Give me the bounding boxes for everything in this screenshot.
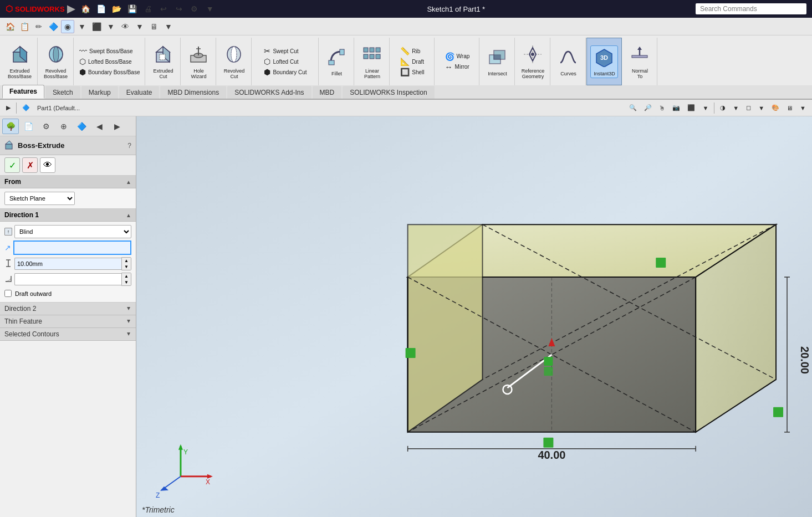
swept-boss-btn[interactable]: 〰 Swept Boss/Base xyxy=(78,46,141,56)
direction-reference-input[interactable] xyxy=(13,240,131,255)
home-btn[interactable]: 🏠 xyxy=(79,2,93,16)
normal-to-btn[interactable]: NormalTo xyxy=(626,43,653,80)
angle-increment-btn[interactable]: ▲ xyxy=(122,273,131,279)
hole-wizard-btn[interactable]: HoleWizard xyxy=(185,43,212,80)
undo-btn[interactable]: ↩ xyxy=(157,2,170,16)
depth-input[interactable]: 10.00mm xyxy=(14,258,121,270)
view-orient-btn[interactable]: 🔍 xyxy=(626,101,640,115)
selected-contours-section[interactable]: Selected Contours ▲ xyxy=(0,328,136,341)
view-section-btn[interactable]: ◑ xyxy=(717,101,728,115)
tab-solidworks-inspection[interactable]: SOLIDWORKS Inspection xyxy=(343,86,434,99)
quick-sketch[interactable]: ✏ xyxy=(32,20,45,33)
thin-feature-section[interactable]: Thin Feature ▲ xyxy=(0,315,136,328)
tab-sketch[interactable]: Sketch xyxy=(45,86,80,99)
direction1-section-header[interactable]: Direction 1 ▲ xyxy=(0,209,136,222)
tab-markup[interactable]: Markup xyxy=(81,86,118,99)
view-select-btn[interactable]: 🖱 xyxy=(656,101,668,115)
extruded-boss-btn[interactable]: ExtrudedBoss/Base xyxy=(6,43,34,80)
svg-rect-35 xyxy=(6,144,12,149)
draft-outward-checkbox[interactable] xyxy=(4,290,12,297)
tab-mbd-dimensions[interactable]: MBD Dimensions xyxy=(160,86,226,99)
tab-solidworks-addins[interactable]: SOLIDWORKS Add-Ins xyxy=(227,86,311,99)
extruded-cut-btn[interactable]: ExtrudedCut xyxy=(149,43,177,80)
quick-view2[interactable]: 👁 xyxy=(119,20,132,33)
lofted-boss-btn[interactable]: ⬡ Lofted Boss/Base xyxy=(78,57,141,66)
pi-custom[interactable]: 🔷 xyxy=(73,119,90,134)
pi-expand[interactable]: ◀ xyxy=(91,119,108,134)
wrap-icon: 🌀 xyxy=(445,52,454,61)
pi-config[interactable]: ⚙ xyxy=(38,119,54,134)
pi-collapse[interactable]: ▶ xyxy=(109,119,125,134)
quick-view[interactable]: ◉ xyxy=(61,20,74,33)
wrap-btn[interactable]: 🌀 Wrap xyxy=(443,52,472,62)
boundary-cut-btn[interactable]: ⬢ Boundary Cut xyxy=(262,67,308,77)
search-input[interactable] xyxy=(696,3,806,14)
view-display-dd[interactable]: ▼ xyxy=(699,101,711,115)
view-display-btn[interactable]: ⬛ xyxy=(685,101,698,115)
cancel-button[interactable]: ✗ xyxy=(22,157,38,173)
options-btn[interactable]: ▼ xyxy=(203,2,217,16)
settings-btn[interactable]: ⚙ xyxy=(188,2,201,16)
pi-property[interactable]: 📄 xyxy=(20,119,37,134)
open-btn[interactable]: 📂 xyxy=(110,2,124,16)
draft-outward-label: Draft outward xyxy=(15,290,52,297)
viewport[interactable]: 40.00 20.00 Y X Z xyxy=(136,116,812,517)
mirror-btn[interactable]: ↔ Mirror xyxy=(443,62,472,72)
confirm-button[interactable]: ✓ xyxy=(4,157,20,173)
pi-target[interactable]: ⊕ xyxy=(55,119,72,134)
boundary-boss-btn[interactable]: ⬢ Boundary Boss/Base xyxy=(78,67,141,77)
help-button[interactable]: ? xyxy=(127,142,131,150)
view-hide-dd[interactable]: ▼ xyxy=(755,101,767,115)
revolved-boss-btn[interactable]: RevolvedBoss/Base xyxy=(42,43,70,80)
pi-feature-tree[interactable]: 🌳 xyxy=(2,119,19,134)
revolved-cut-btn[interactable]: RevolvedCut xyxy=(220,43,248,80)
print-btn[interactable]: 🖨 xyxy=(141,2,155,16)
direction2-section[interactable]: Direction 2 ▲ xyxy=(0,303,136,315)
view-snapshot-btn[interactable]: 📷 xyxy=(670,101,683,115)
reference-geometry-btn[interactable]: ReferenceGeometry xyxy=(519,43,547,80)
tab-mbd[interactable]: MBD xyxy=(313,86,342,99)
quick-monitor[interactable]: 🖥 xyxy=(147,20,161,33)
quick-home[interactable]: 🏠 xyxy=(3,20,17,33)
view-monitor-btn[interactable]: 🖥 xyxy=(784,101,795,115)
lofted-cut-btn[interactable]: ⬡ Lofted Cut xyxy=(262,57,308,66)
swept-cut-btn[interactable]: ✂ Swept Cut xyxy=(262,46,308,56)
from-section-header[interactable]: From ▲ xyxy=(0,176,136,188)
quick-view-dd[interactable]: ▼ xyxy=(75,20,89,33)
tab-evaluate[interactable]: Evaluate xyxy=(119,86,160,99)
preview-button[interactable]: 👁 xyxy=(40,157,55,173)
svg-rect-57 xyxy=(406,348,416,358)
new-btn[interactable]: 📄 xyxy=(95,2,108,16)
depth-decrement-btn[interactable]: ▼ xyxy=(122,264,131,270)
tab-features[interactable]: Features xyxy=(2,85,44,99)
ribbon-group-rib: 📏 Rib 📐 Draft 🔲 Shell xyxy=(390,38,435,85)
linear-pattern-btn[interactable]: LinearPattern xyxy=(358,43,386,80)
quick-box-dd[interactable]: ▼ xyxy=(104,20,118,33)
view-appearance-btn[interactable]: 🎨 xyxy=(769,101,782,115)
quick-box[interactable]: ⬛ xyxy=(90,20,103,33)
instant3d-btn[interactable]: 3D Instant3D xyxy=(590,45,618,78)
redo-btn[interactable]: ↪ xyxy=(172,2,186,16)
end-condition-dropdown[interactable]: Blind Through All Up To Next Up To Verte… xyxy=(14,225,131,238)
curves-btn[interactable]: Curves xyxy=(554,46,582,78)
quick-monitor-dd[interactable]: ▼ xyxy=(162,20,175,33)
view-hide-btn[interactable]: ◻ xyxy=(743,101,754,115)
view-zoom-btn[interactable]: 🔎 xyxy=(641,101,655,115)
intersect-label: Intersect xyxy=(488,71,507,76)
quick-new[interactable]: 📋 xyxy=(18,20,31,33)
angle-input[interactable] xyxy=(14,273,121,285)
shell-btn[interactable]: 🔲 Shell xyxy=(399,67,426,77)
fillet-btn[interactable]: Fillet xyxy=(323,46,350,78)
breadcrumb-arrow[interactable]: ▶ xyxy=(3,101,13,115)
view-section-dd[interactable]: ▼ xyxy=(730,101,742,115)
depth-increment-btn[interactable]: ▲ xyxy=(122,258,131,264)
intersect-btn[interactable]: Intersect xyxy=(483,46,511,78)
angle-decrement-btn[interactable]: ▼ xyxy=(122,279,131,285)
from-dropdown[interactable]: Sketch Plane Surface/Face/Plane Vertex O… xyxy=(4,192,75,205)
draft-btn[interactable]: 📐 Draft xyxy=(399,57,426,66)
save-btn[interactable]: 💾 xyxy=(126,2,139,16)
quick-3d[interactable]: 🔷 xyxy=(47,20,60,33)
quick-view2-dd[interactable]: ▼ xyxy=(133,20,146,33)
rib-btn[interactable]: 📏 Rib xyxy=(399,46,426,56)
view-monitor-dd[interactable]: ▼ xyxy=(797,101,809,115)
